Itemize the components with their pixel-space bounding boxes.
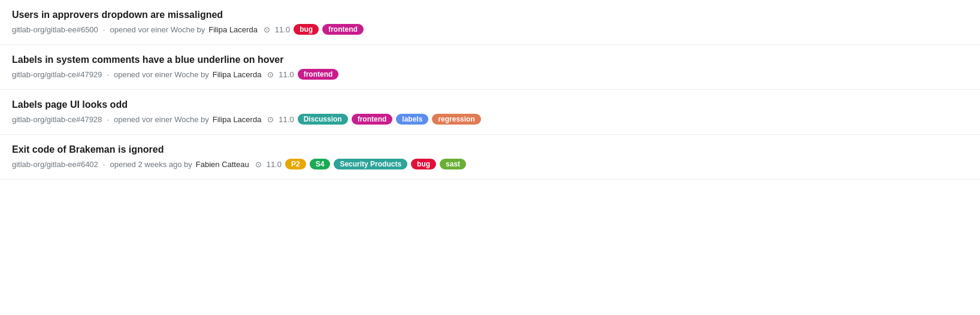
issue-meta: gitlab-org/gitlab-ee#6402·opened 2 weeks… xyxy=(12,159,968,169)
issue-label[interactable]: labels xyxy=(396,114,428,125)
issue-title[interactable]: Labels in system comments have a blue un… xyxy=(12,54,968,65)
issue-opened-text: opened vor einer Woche by xyxy=(114,70,209,79)
issue-label[interactable]: frontend xyxy=(322,24,364,35)
clock-icon: ⊙ xyxy=(267,70,274,79)
issue-list: Users in approvers dropdown are missalig… xyxy=(0,0,980,180)
issue-item: Labels page UI looks oddgitlab-org/gitla… xyxy=(0,90,980,135)
issue-version: 11.0 xyxy=(267,160,282,169)
issue-label[interactable]: bug xyxy=(411,159,436,169)
issue-opened-text: opened vor einer Woche by xyxy=(110,25,205,34)
issue-title[interactable]: Exit code of Brakeman is ignored xyxy=(12,144,968,155)
issue-title[interactable]: Labels page UI looks odd xyxy=(12,99,968,110)
issue-repo[interactable]: gitlab-org/gitlab-ce#47929 xyxy=(12,70,102,79)
issue-label[interactable]: Discussion xyxy=(298,114,348,125)
issue-opened-text: opened vor einer Woche by xyxy=(114,115,209,124)
clock-icon: ⊙ xyxy=(264,25,270,34)
meta-separator: · xyxy=(107,70,109,79)
issue-version: 11.0 xyxy=(279,70,294,79)
issue-opened-text: opened 2 weeks ago by xyxy=(110,160,192,169)
meta-separator: · xyxy=(107,115,109,124)
clock-icon: ⊙ xyxy=(255,160,262,169)
clock-icon: ⊙ xyxy=(267,115,274,124)
issue-author[interactable]: Filipa Lacerda xyxy=(208,25,258,34)
issue-repo[interactable]: gitlab-org/gitlab-ee#6500 xyxy=(12,25,98,34)
issue-repo[interactable]: gitlab-org/gitlab-ee#6402 xyxy=(12,160,98,169)
issue-item: Users in approvers dropdown are missalig… xyxy=(0,0,980,45)
issue-version: 11.0 xyxy=(279,115,294,124)
issue-label[interactable]: P2 xyxy=(285,159,306,169)
issue-label[interactable]: frontend xyxy=(352,114,393,125)
issue-item: Labels in system comments have a blue un… xyxy=(0,45,980,90)
issue-item: Exit code of Brakeman is ignoredgitlab-o… xyxy=(0,135,980,180)
issue-version: 11.0 xyxy=(275,25,290,34)
issue-author[interactable]: Filipa Lacerda xyxy=(213,70,262,79)
issue-title[interactable]: Users in approvers dropdown are missalig… xyxy=(12,10,968,20)
meta-separator: · xyxy=(103,160,105,169)
meta-separator: · xyxy=(103,25,105,34)
issue-author[interactable]: Fabien Catteau xyxy=(196,160,249,169)
issue-meta: gitlab-org/gitlab-ce#47928·opened vor ei… xyxy=(12,114,968,125)
issue-label[interactable]: S4 xyxy=(310,159,331,169)
issue-meta: gitlab-org/gitlab-ee#6500·opened vor ein… xyxy=(12,24,968,35)
issue-author[interactable]: Filipa Lacerda xyxy=(213,115,262,124)
issue-meta: gitlab-org/gitlab-ce#47929·opened vor ei… xyxy=(12,69,968,80)
issue-label[interactable]: regression xyxy=(432,114,480,125)
issue-label[interactable]: frontend xyxy=(298,69,339,80)
issue-label[interactable]: sast xyxy=(440,159,466,169)
issue-label[interactable]: Security Products xyxy=(334,159,407,169)
issue-label[interactable]: bug xyxy=(294,24,319,35)
issue-repo[interactable]: gitlab-org/gitlab-ce#47928 xyxy=(12,115,102,124)
